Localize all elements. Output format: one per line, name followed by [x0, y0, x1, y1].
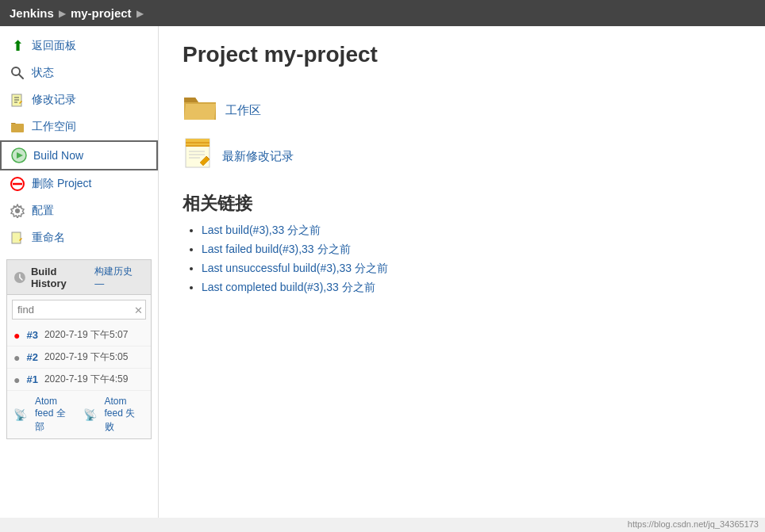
footer-url: https://blog.csdn.net/jq_34365173 — [628, 519, 759, 529]
related-link-item: Last completed build(#3),33 分之前 — [202, 281, 741, 295]
header-arrow1: ▶ — [59, 8, 66, 19]
status-label[interactable]: 状态 — [32, 66, 54, 80]
page-title: Project my-project — [183, 42, 741, 67]
configure-label[interactable]: 配置 — [32, 204, 54, 218]
svg-rect-18 — [186, 145, 210, 147]
atom-feed-row: 📡 Atom feed 全部 📡 Atom feed 失败 — [7, 391, 151, 438]
build-date: 2020-7-19 下午5:07 — [44, 328, 128, 342]
build-now-icon — [11, 147, 27, 163]
related-links-title: 相关链接 — [183, 192, 741, 216]
build-row: ●#32020-7-19 下午5:07 — [7, 324, 151, 346]
status-icon — [10, 65, 25, 81]
sidebar-item-delete[interactable]: 删除 Project — [0, 170, 158, 197]
workspace-label[interactable]: 工作空间 — [32, 120, 76, 134]
related-link-item: Last build(#3),33 分之前 — [202, 224, 741, 238]
build-search-clear[interactable]: ✕ — [134, 304, 143, 316]
atom-feed-failed-link[interactable]: Atom feed 失败 — [105, 396, 145, 434]
sidebar-item-configure[interactable]: 配置 — [0, 197, 158, 224]
atom-failed-icon: 📡 — [83, 408, 97, 421]
build-date: 2020-7-19 下午4:59 — [44, 373, 128, 386]
last-unsuccessful-build-link[interactable]: Last unsuccessful build(#3),33 分之前 — [202, 262, 388, 274]
header-project[interactable]: my-project — [71, 6, 132, 20]
sidebar-item-status[interactable]: 状态 — [0, 59, 158, 86]
delete-icon — [10, 176, 25, 192]
build-status-dot: ● — [13, 329, 20, 342]
build-row: ●#12020-7-19 下午4:59 — [7, 369, 151, 391]
sidebar-item-rename[interactable]: 重命名 — [0, 224, 158, 251]
notebook-icon — [183, 137, 214, 176]
svg-line-1 — [19, 75, 23, 78]
build-date: 2020-7-19 下午5:05 — [44, 350, 128, 364]
build-number-link[interactable]: #1 — [26, 373, 37, 385]
svg-rect-6 — [11, 124, 24, 132]
related-link-item: Last unsuccessful build(#3),33 分之前 — [202, 262, 741, 276]
changelog-item: 最新修改记录 — [183, 137, 741, 176]
header: Jenkins ▶ my-project ▶ — [0, 0, 765, 26]
workspace-section: 工作区 最新修改 — [183, 91, 741, 176]
related-links-list: Last build(#3),33 分之前Last failed build(#… — [183, 224, 741, 295]
workspace-item: 工作区 — [183, 91, 741, 129]
svg-rect-12 — [12, 232, 21, 243]
build-search: ✕ — [12, 300, 146, 320]
configure-icon — [10, 203, 25, 219]
atom-feed-all-link[interactable]: Atom feed 全部 — [35, 396, 75, 434]
sidebar-item-build-now[interactable]: Build Now — [0, 140, 158, 170]
build-status-dot: ● — [13, 351, 20, 364]
sidebar-item-workspace[interactable]: 工作空间 — [0, 113, 158, 140]
workspace-link[interactable]: 工作区 — [225, 103, 261, 118]
header-jenkins[interactable]: Jenkins — [10, 6, 54, 20]
last-build-link[interactable]: Last build(#3),33 分之前 — [202, 224, 321, 236]
layout: ⬆ 返回面板 状态 修改记录 — [0, 26, 765, 518]
changelog-link[interactable]: 最新修改记录 — [222, 149, 294, 164]
build-status-dot: ● — [13, 373, 20, 386]
svg-rect-17 — [186, 144, 210, 145]
sidebar: ⬆ 返回面板 状态 修改记录 — [0, 26, 159, 518]
build-history-link[interactable]: 构建历史 — — [94, 265, 144, 289]
svg-point-11 — [15, 209, 20, 213]
workspace-icon — [10, 119, 25, 135]
delete-label[interactable]: 删除 Project — [32, 177, 91, 191]
last-completed-build-link[interactable]: Last completed build(#3),33 分之前 — [202, 281, 375, 293]
build-history-panel: Build History 构建历史 — ✕ ●#32020-7-19 下午5:… — [6, 259, 152, 439]
build-history-icon — [13, 271, 26, 284]
rename-label[interactable]: 重命名 — [32, 231, 65, 245]
svg-rect-16 — [186, 142, 210, 144]
atom-all-icon: 📡 — [13, 408, 27, 421]
main-content: Project my-project 工作区 — [159, 26, 765, 518]
folder-open-icon — [183, 91, 217, 129]
changelog-label[interactable]: 修改记录 — [32, 93, 76, 107]
sidebar-item-back[interactable]: ⬆ 返回面板 — [0, 33, 158, 59]
build-number-link[interactable]: #2 — [26, 351, 37, 363]
build-now-label[interactable]: Build Now — [33, 149, 83, 162]
build-rows: ●#32020-7-19 下午5:07●#22020-7-19 下午5:05●#… — [7, 324, 151, 391]
changelog-icon — [10, 92, 25, 108]
back-label[interactable]: 返回面板 — [32, 39, 76, 53]
svg-rect-15 — [186, 139, 210, 142]
sidebar-item-changelog[interactable]: 修改记录 — [0, 86, 158, 113]
rename-icon — [10, 230, 25, 246]
related-link-item: Last failed build(#3),33 分之前 — [202, 243, 741, 257]
build-row: ●#22020-7-19 下午5:05 — [7, 346, 151, 369]
last-failed-build-link[interactable]: Last failed build(#3),33 分之前 — [202, 243, 351, 255]
build-search-input[interactable] — [12, 300, 146, 320]
header-arrow2: ▶ — [136, 8, 144, 19]
build-number-link[interactable]: #3 — [26, 329, 37, 341]
build-history-title: Build History — [13, 266, 94, 289]
back-icon: ⬆ — [10, 38, 25, 54]
related-links: 相关链接 Last build(#3),33 分之前Last failed bu… — [183, 192, 741, 295]
build-history-header: Build History 构建历史 — — [7, 260, 151, 295]
